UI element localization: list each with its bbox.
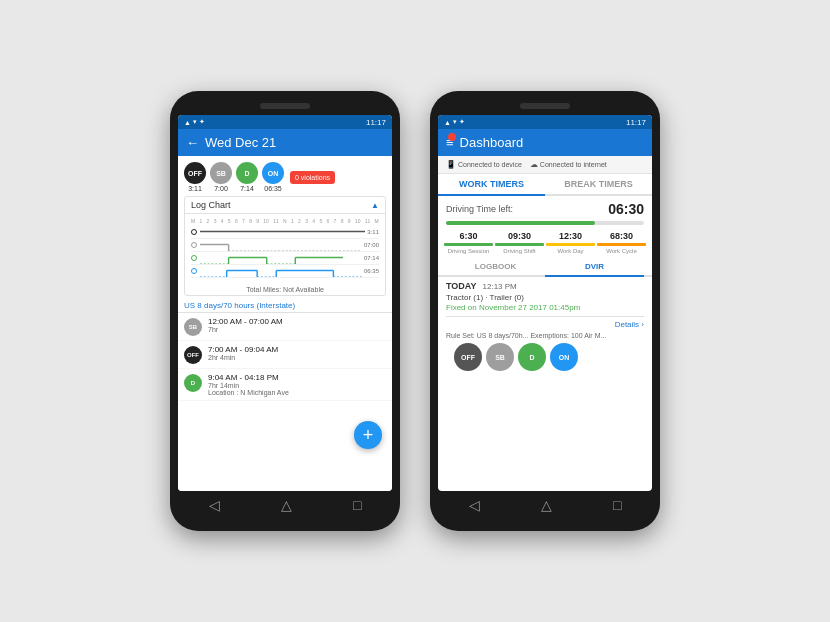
log-badge-sb: SB bbox=[184, 318, 202, 336]
bottom-badge-off[interactable]: OFF bbox=[454, 343, 482, 371]
nav-recent-icon[interactable]: □ bbox=[353, 497, 361, 513]
dot-sb bbox=[191, 242, 197, 248]
bluetooth-icon: ✦ bbox=[199, 118, 205, 126]
phone-speaker-left bbox=[260, 103, 310, 109]
phone-screen-right: ▲ ▾ ✦ 11:17 ≡ Dashboard 📱 Connected to d… bbox=[438, 115, 652, 491]
phones-container: ▲ ▾ ✦ 11:17 ← Wed Dec 21 OFF bbox=[170, 91, 660, 531]
status-time-left: 11:17 bbox=[366, 118, 386, 127]
timer-bar-3 bbox=[597, 243, 646, 246]
nav-back-icon[interactable]: ◁ bbox=[209, 497, 220, 513]
bluetooth-icon-right: ✦ bbox=[459, 118, 465, 126]
log-entry-d-info: 9:04 AM - 04:18 PM 7hr 14min Location : … bbox=[208, 373, 386, 396]
driving-time-row: Driving Time left: 06:30 bbox=[438, 196, 652, 219]
nav-recent-icon-right[interactable]: □ bbox=[613, 497, 621, 513]
menu-wrapper: ≡ bbox=[446, 135, 454, 150]
cloud-icon: ☁ bbox=[530, 160, 538, 169]
status-icons-right: ▲ ▾ ✦ bbox=[444, 118, 465, 126]
wifi-icon: ▾ bbox=[193, 118, 197, 126]
chart-grid: 3:11 bbox=[191, 226, 379, 278]
driving-progress-bar bbox=[446, 221, 644, 225]
chart-line-on bbox=[200, 265, 362, 277]
notification-dot bbox=[448, 133, 456, 141]
log-badge-d: D bbox=[184, 374, 202, 396]
log-badge-off: OFF bbox=[184, 346, 202, 364]
chart-line-d bbox=[200, 252, 362, 264]
timer-driving-shift: 09:30 Driving Shift bbox=[495, 231, 544, 254]
phone-right: ▲ ▾ ✦ 11:17 ≡ Dashboard 📱 Connected to d… bbox=[430, 91, 660, 531]
timer-bar-2 bbox=[546, 243, 595, 246]
phone-left: ▲ ▾ ✦ 11:17 ← Wed Dec 21 OFF bbox=[170, 91, 400, 531]
badge-off-circle: OFF bbox=[184, 162, 206, 184]
screen1-header: ← Wed Dec 21 bbox=[178, 129, 392, 156]
connection-bar: 📱 Connected to device ☁ Connected to int… bbox=[438, 156, 652, 174]
bottom-status-row: OFF SB D ON bbox=[446, 343, 644, 371]
dvir-fixed: Fixed on November 27 2017 01:45pm bbox=[446, 303, 644, 312]
log-chart-section: Log Chart ▲ M1234 56789 1011N12 34567 89… bbox=[184, 196, 386, 296]
wifi-icon-right: ▾ bbox=[453, 118, 457, 126]
badge-d-circle: D bbox=[236, 162, 258, 184]
dvir-details-link[interactable]: Details › bbox=[446, 316, 644, 329]
status-icons-left: ▲ ▾ ✦ bbox=[184, 118, 205, 126]
chart-area: M1234 56789 1011N12 34567 891011M bbox=[185, 214, 385, 284]
nav-home-icon-right[interactable]: △ bbox=[541, 497, 552, 513]
log-entry-d: D 9:04 AM - 04:18 PM 7hr 14min Location … bbox=[178, 369, 392, 401]
status-bar-left: ▲ ▾ ✦ 11:17 bbox=[178, 115, 392, 129]
timer-bar-1 bbox=[495, 243, 544, 246]
status-badges-row: OFF 3:11 SB 7:00 D 7:14 bbox=[178, 156, 392, 194]
log-entry-off-info: 7:00 AM - 09:04 AM 2hr 4min bbox=[208, 345, 386, 364]
bottom-badge-on[interactable]: ON bbox=[550, 343, 578, 371]
phone-nav-bar-left: ◁ △ □ bbox=[178, 491, 392, 519]
badge-sb: SB 7:00 bbox=[210, 162, 232, 192]
signal-icon-right: ▲ bbox=[444, 119, 451, 126]
bottom-badge-d[interactable]: D bbox=[518, 343, 546, 371]
tab-logbook[interactable]: LOGBOOK bbox=[446, 258, 545, 275]
bottom-badge-sb[interactable]: SB bbox=[486, 343, 514, 371]
timer-grid: 6:30 Driving Session 09:30 Driving Shift… bbox=[438, 229, 652, 258]
back-icon[interactable]: ← bbox=[186, 135, 199, 150]
screen2-header: ≡ Dashboard bbox=[438, 129, 652, 156]
phone-nav-bar-right: ◁ △ □ bbox=[438, 491, 652, 519]
badge-on: ON 06:35 bbox=[262, 162, 284, 192]
internet-connection: ☁ Connected to internet bbox=[530, 160, 607, 169]
chart-collapse-icon[interactable]: ▲ bbox=[371, 201, 379, 210]
rule-set-left: US 8 days/70 hours (Interstate) bbox=[178, 298, 392, 313]
chart-row-sb: 07:00 bbox=[191, 239, 379, 252]
log-entry-sb-info: 12:00 AM - 07:00 AM 7hr bbox=[208, 317, 386, 336]
badge-on-circle: ON bbox=[262, 162, 284, 184]
dvir-today-row: TODAY 12:13 PM bbox=[446, 281, 644, 291]
timer-work-day: 12:30 Work Day bbox=[546, 231, 595, 254]
phone-screen-left: ▲ ▾ ✦ 11:17 ← Wed Dec 21 OFF bbox=[178, 115, 392, 491]
badge-off: OFF 3:11 bbox=[184, 162, 206, 192]
chart-line-off bbox=[200, 226, 365, 238]
tab-break-timers[interactable]: BREAK TIMERS bbox=[545, 174, 652, 194]
dashboard-title: Dashboard bbox=[460, 135, 524, 150]
badge-sb-circle: SB bbox=[210, 162, 232, 184]
section-tabs: LOGBOOK DVIR bbox=[438, 258, 652, 277]
screen1-title: Wed Dec 21 bbox=[205, 135, 276, 150]
badge-d: D 7:14 bbox=[236, 162, 258, 192]
timer-tabs: WORK TIMERS BREAK TIMERS bbox=[438, 174, 652, 196]
timer-bar-0 bbox=[444, 243, 493, 246]
nav-back-icon-right[interactable]: ◁ bbox=[469, 497, 480, 513]
device-connection: 📱 Connected to device bbox=[446, 160, 522, 169]
dot-on bbox=[191, 268, 197, 274]
dot-off bbox=[191, 229, 197, 235]
timer-driving-session: 6:30 Driving Session bbox=[444, 231, 493, 254]
total-miles: Total Miles: Not Available bbox=[185, 284, 385, 295]
tab-work-timers[interactable]: WORK TIMERS bbox=[438, 174, 545, 196]
status-bar-right: ▲ ▾ ✦ 11:17 bbox=[438, 115, 652, 129]
chart-time-labels: M1234 56789 1011N12 34567 891011M bbox=[191, 218, 379, 224]
chart-row-off: 3:11 bbox=[191, 226, 379, 239]
phone-speaker-right bbox=[520, 103, 570, 109]
chart-row-on: 06:35 bbox=[191, 265, 379, 278]
progress-fill bbox=[446, 221, 595, 225]
nav-home-icon[interactable]: △ bbox=[281, 497, 292, 513]
fab-add-button[interactable]: + bbox=[354, 421, 382, 449]
tab-dvir[interactable]: DVIR bbox=[545, 258, 644, 277]
signal-icon: ▲ bbox=[184, 119, 191, 126]
timer-work-cycle: 68:30 Work Cycle bbox=[597, 231, 646, 254]
log-chart-header: Log Chart ▲ bbox=[185, 197, 385, 214]
log-entry-off: OFF 7:00 AM - 09:04 AM 2hr 4min bbox=[178, 341, 392, 369]
violations-badge: 0 violations bbox=[290, 171, 335, 184]
chart-line-sb bbox=[200, 239, 362, 251]
